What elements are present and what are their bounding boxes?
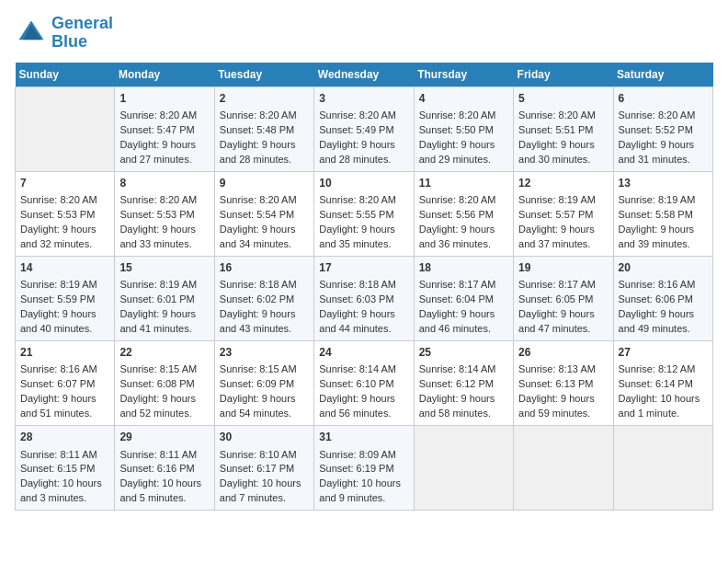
sunrise-text: Sunrise: 8:20 AM: [419, 109, 496, 121]
sunrise-text: Sunrise: 8:17 AM: [518, 279, 596, 290]
logo-name: General: [51, 15, 113, 33]
calendar-cell: 25 Sunrise: 8:14 AM Sunset: 6:12 PM Dayl…: [414, 341, 513, 426]
sunset-text: Sunset: 6:03 PM: [319, 293, 393, 304]
calendar-cell: 18 Sunrise: 8:17 AM Sunset: 6:04 PM Dayl…: [414, 256, 513, 340]
sunset-text: Sunset: 5:57 PM: [518, 209, 593, 220]
day-number: 14: [20, 260, 109, 276]
daylight-text: Daylight: 9 hours and 54 minutes.: [220, 393, 296, 419]
daylight-text: Daylight: 10 hours and 1 minute.: [619, 393, 700, 419]
calendar-week-row: 1 Sunrise: 8:20 AM Sunset: 5:47 PM Dayli…: [16, 86, 713, 171]
sunset-text: Sunset: 6:07 PM: [20, 378, 95, 389]
daylight-text: Daylight: 9 hours and 39 minutes.: [619, 224, 695, 249]
daylight-text: Daylight: 9 hours and 33 minutes.: [119, 224, 196, 249]
sunrise-text: Sunrise: 8:20 AM: [419, 194, 496, 205]
sunset-text: Sunset: 5:53 PM: [20, 209, 95, 220]
day-number: 25: [419, 345, 508, 361]
daylight-text: Daylight: 9 hours and 59 minutes.: [518, 393, 595, 419]
sunset-text: Sunset: 6:10 PM: [319, 378, 393, 389]
sunrise-text: Sunrise: 8:14 AM: [319, 363, 396, 374]
sunrise-text: Sunrise: 8:15 AM: [220, 363, 297, 374]
weekday-header: Thursday: [414, 63, 513, 87]
day-number: 17: [319, 260, 408, 276]
calendar-cell: 19 Sunrise: 8:17 AM Sunset: 6:05 PM Dayl…: [514, 256, 613, 340]
daylight-text: Daylight: 9 hours and 49 minutes.: [619, 308, 695, 334]
weekday-header: Sunday: [16, 63, 115, 87]
sunset-text: Sunset: 5:47 PM: [119, 124, 194, 135]
calendar-cell: 15 Sunrise: 8:19 AM Sunset: 6:01 PM Dayl…: [115, 256, 214, 340]
sunrise-text: Sunrise: 8:20 AM: [20, 194, 97, 205]
sunset-text: Sunset: 6:08 PM: [119, 378, 194, 389]
sunrise-text: Sunrise: 8:20 AM: [119, 109, 197, 121]
sunrise-text: Sunrise: 8:16 AM: [20, 363, 97, 374]
calendar-cell: 13 Sunrise: 8:19 AM Sunset: 5:58 PM Dayl…: [613, 171, 712, 256]
day-number: 21: [20, 345, 109, 361]
day-number: 8: [119, 176, 209, 191]
day-number: 1: [119, 91, 209, 107]
sunrise-text: Sunrise: 8:14 AM: [419, 363, 496, 374]
sunset-text: Sunset: 5:53 PM: [119, 209, 194, 220]
page-header: General Blue: [15, 15, 713, 52]
day-number: 20: [619, 260, 708, 276]
calendar-header-row: SundayMondayTuesdayWednesdayThursdayFrid…: [16, 63, 713, 87]
calendar-cell: [613, 426, 712, 511]
day-number: 26: [518, 345, 608, 361]
sunrise-text: Sunrise: 8:19 AM: [518, 194, 596, 205]
weekday-header: Monday: [115, 63, 214, 87]
sunset-text: Sunset: 6:15 PM: [20, 463, 95, 474]
sunset-text: Sunset: 5:52 PM: [619, 124, 693, 135]
daylight-text: Daylight: 9 hours and 37 minutes.: [518, 224, 595, 249]
sunset-text: Sunset: 6:02 PM: [220, 293, 294, 304]
sunset-text: Sunset: 5:50 PM: [419, 124, 494, 135]
calendar-cell: 30 Sunrise: 8:10 AM Sunset: 6:17 PM Dayl…: [214, 426, 313, 511]
sunrise-text: Sunrise: 8:11 AM: [119, 449, 197, 460]
daylight-text: Daylight: 10 hours and 9 minutes.: [319, 477, 401, 503]
daylight-text: Daylight: 10 hours and 5 minutes.: [119, 477, 201, 503]
day-number: 16: [220, 260, 309, 276]
daylight-text: Daylight: 9 hours and 58 minutes.: [419, 393, 495, 419]
day-number: 7: [20, 176, 109, 191]
calendar-cell: 12 Sunrise: 8:19 AM Sunset: 5:57 PM Dayl…: [514, 171, 613, 256]
calendar-cell: 3 Sunrise: 8:20 AM Sunset: 5:49 PM Dayli…: [314, 86, 414, 171]
calendar-cell: 22 Sunrise: 8:15 AM Sunset: 6:08 PM Dayl…: [115, 341, 214, 426]
day-number: 24: [319, 345, 408, 361]
sunset-text: Sunset: 6:06 PM: [619, 293, 693, 304]
day-number: 15: [119, 260, 209, 276]
daylight-text: Daylight: 9 hours and 27 minutes.: [119, 139, 196, 165]
weekday-header: Friday: [514, 63, 613, 87]
daylight-text: Daylight: 9 hours and 28 minutes.: [220, 139, 296, 165]
sunrise-text: Sunrise: 8:20 AM: [619, 109, 696, 121]
sunset-text: Sunset: 6:01 PM: [119, 293, 194, 304]
calendar-cell: 7 Sunrise: 8:20 AM Sunset: 5:53 PM Dayli…: [16, 171, 115, 256]
daylight-text: Daylight: 9 hours and 34 minutes.: [220, 224, 296, 249]
day-number: 4: [419, 91, 508, 107]
calendar-cell: 29 Sunrise: 8:11 AM Sunset: 6:16 PM Dayl…: [115, 426, 214, 511]
sunrise-text: Sunrise: 8:20 AM: [119, 194, 197, 205]
sunrise-text: Sunrise: 8:18 AM: [220, 279, 297, 290]
daylight-text: Daylight: 9 hours and 40 minutes.: [20, 308, 97, 334]
calendar-table: SundayMondayTuesdayWednesdayThursdayFrid…: [15, 63, 713, 511]
sunset-text: Sunset: 5:59 PM: [20, 293, 95, 304]
calendar-cell: 26 Sunrise: 8:13 AM Sunset: 6:13 PM Dayl…: [514, 341, 613, 426]
sunrise-text: Sunrise: 8:19 AM: [119, 279, 197, 290]
calendar-week-row: 14 Sunrise: 8:19 AM Sunset: 5:59 PM Dayl…: [16, 256, 713, 340]
daylight-text: Daylight: 9 hours and 30 minutes.: [518, 139, 595, 165]
calendar-cell: 11 Sunrise: 8:20 AM Sunset: 5:56 PM Dayl…: [414, 171, 513, 256]
calendar-cell: 2 Sunrise: 8:20 AM Sunset: 5:48 PM Dayli…: [214, 86, 313, 171]
calendar-cell: [414, 426, 513, 511]
day-number: 3: [319, 91, 408, 107]
logo-sub: Blue: [51, 33, 113, 52]
sunset-text: Sunset: 5:51 PM: [518, 124, 593, 135]
sunset-text: Sunset: 6:12 PM: [419, 378, 494, 389]
day-number: 28: [20, 430, 109, 445]
sunset-text: Sunset: 6:05 PM: [518, 293, 593, 304]
day-number: 31: [319, 430, 408, 445]
sunset-text: Sunset: 6:09 PM: [220, 378, 294, 389]
daylight-text: Daylight: 10 hours and 3 minutes.: [20, 477, 102, 503]
daylight-text: Daylight: 9 hours and 46 minutes.: [419, 308, 495, 334]
sunrise-text: Sunrise: 8:10 AM: [220, 449, 297, 460]
daylight-text: Daylight: 9 hours and 32 minutes.: [20, 224, 97, 249]
sunset-text: Sunset: 5:49 PM: [319, 124, 393, 135]
day-number: 30: [220, 430, 309, 445]
calendar-cell: 9 Sunrise: 8:20 AM Sunset: 5:54 PM Dayli…: [214, 171, 313, 256]
weekday-header: Saturday: [613, 63, 712, 87]
